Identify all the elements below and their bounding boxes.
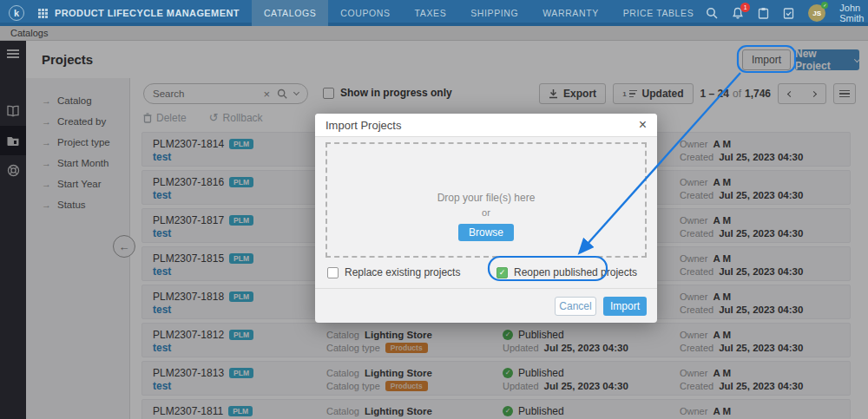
checkbox-checked-icon: ✓ xyxy=(496,267,508,278)
browse-button[interactable]: Browse xyxy=(458,224,514,241)
brand-title: PRODUCT LIFECYCLE MANAGEMENT xyxy=(55,8,240,18)
modal-header: Import Projects × xyxy=(315,114,657,137)
import-projects-modal: Import Projects × Drop your file(s) here… xyxy=(315,114,657,323)
nav-tab[interactable]: TAXES xyxy=(403,0,459,26)
app-logo[interactable]: k xyxy=(0,0,33,26)
clipboard-icon[interactable] xyxy=(758,7,769,19)
user-avatar[interactable]: JS ✓ xyxy=(808,4,825,22)
nav-tab[interactable]: CATALOGS xyxy=(252,0,328,26)
apps-grid-icon[interactable] xyxy=(38,9,48,18)
cancel-button[interactable]: Cancel xyxy=(555,297,596,316)
modal-import-button[interactable]: Import xyxy=(603,297,647,316)
notification-badge: 1 xyxy=(740,3,750,12)
search-icon[interactable] xyxy=(706,7,718,19)
replace-existing-checkbox[interactable]: Replace existing projects xyxy=(327,266,460,278)
nav-tabs: CATALOGS COUPONS TAXES SHIPPING WARRANTY… xyxy=(252,0,706,26)
modal-title: Import Projects xyxy=(326,119,401,132)
modal-footer: Cancel Import xyxy=(315,288,657,323)
close-icon[interactable]: × xyxy=(639,118,647,132)
nav-tab[interactable]: COUPONS xyxy=(328,0,402,26)
user-menu[interactable]: John Smith xyxy=(839,3,865,23)
modal-body: Drop your file(s) here or Browse Replace… xyxy=(315,137,657,288)
reopen-published-checkbox[interactable]: ✓ Reopen published projects xyxy=(496,266,637,278)
nav-tab[interactable]: PRICE TABLES xyxy=(611,0,707,26)
logo-icon: k xyxy=(9,5,24,21)
top-navbar: k PRODUCT LIFECYCLE MANAGEMENT CATALOGS … xyxy=(0,0,868,26)
notifications-bell-icon[interactable]: 1 xyxy=(732,7,744,19)
avatar-status-icon: ✓ xyxy=(821,2,828,9)
checkbox-icon xyxy=(327,267,339,278)
tasks-clipboard-check-icon[interactable] xyxy=(783,7,794,19)
app-window: k PRODUCT LIFECYCLE MANAGEMENT CATALOGS … xyxy=(0,0,868,419)
nav-tab[interactable]: WARRANTY xyxy=(530,0,611,26)
nav-tab[interactable]: SHIPPING xyxy=(458,0,530,26)
file-dropzone[interactable]: Drop your file(s) here or Browse xyxy=(326,142,647,258)
